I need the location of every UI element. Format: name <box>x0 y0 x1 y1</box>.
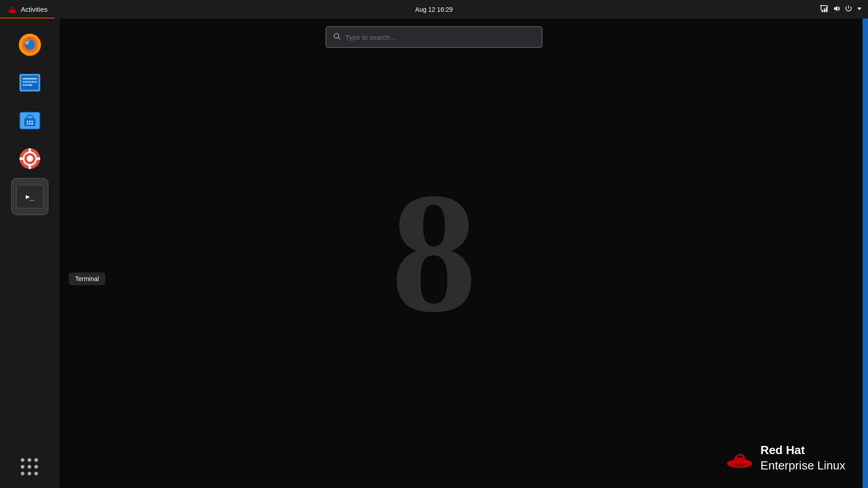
svg-point-32 <box>31 121 33 122</box>
redhat-icon <box>7 5 17 14</box>
redhat-text: Red Hat Enterprise Linux <box>760 443 845 474</box>
dock: ▶_ <box>0 19 60 488</box>
volume-icon[interactable] <box>833 5 841 14</box>
svg-point-25 <box>24 84 26 86</box>
topbar-right-icons <box>815 5 868 14</box>
redhat-hat-logo <box>725 444 754 473</box>
topbar: Activities Aug 12 16:29 <box>0 0 868 19</box>
firefox-icon <box>17 32 42 57</box>
svg-rect-3 <box>826 7 827 12</box>
svg-point-35 <box>31 123 33 125</box>
svg-rect-2 <box>824 9 825 12</box>
redhat-branding: Red Hat Enterprise Linux <box>725 443 845 474</box>
dock-item-terminal[interactable]: ▶_ <box>12 178 48 215</box>
dock-item-help[interactable] <box>12 141 48 177</box>
clock: Aug 12 16:29 <box>415 6 453 13</box>
grid-dots-icon <box>21 458 39 476</box>
search-input[interactable] <box>345 33 535 41</box>
svg-point-39 <box>27 155 33 162</box>
activities-button[interactable]: Activities <box>0 0 55 19</box>
show-applications-button[interactable] <box>12 454 48 481</box>
help-icon <box>17 146 42 171</box>
svg-line-11 <box>338 38 340 39</box>
svg-rect-1 <box>822 10 823 12</box>
software-icon <box>17 108 42 133</box>
svg-point-24 <box>34 81 36 83</box>
topbar-menu-icon[interactable] <box>856 5 863 14</box>
search-icon <box>333 32 341 42</box>
dock-item-software[interactable] <box>12 103 48 139</box>
network-icon[interactable] <box>820 5 829 14</box>
svg-point-21 <box>24 81 26 83</box>
svg-point-26 <box>28 84 29 86</box>
dock-item-firefox[interactable] <box>12 27 48 63</box>
svg-marker-8 <box>834 6 837 11</box>
files-icon <box>17 70 42 95</box>
search-container <box>326 26 542 48</box>
svg-point-22 <box>28 81 29 83</box>
svg-point-31 <box>29 121 31 122</box>
search-box[interactable] <box>326 26 542 48</box>
svg-point-34 <box>29 123 31 125</box>
svg-rect-18 <box>23 78 37 80</box>
activities-label: Activities <box>21 5 47 13</box>
svg-point-23 <box>31 81 33 83</box>
svg-point-30 <box>27 121 28 122</box>
dock-item-files[interactable] <box>12 65 48 101</box>
svg-point-33 <box>27 123 28 125</box>
terminal-icon: ▶_ <box>16 185 43 208</box>
power-icon[interactable] <box>844 5 853 14</box>
svg-point-0 <box>8 9 16 13</box>
svg-point-10 <box>334 33 339 38</box>
svg-marker-9 <box>857 7 861 10</box>
bg-rhel-logo: 8 <box>391 167 477 338</box>
svg-point-14 <box>25 40 35 50</box>
right-panel-strip <box>863 19 868 488</box>
